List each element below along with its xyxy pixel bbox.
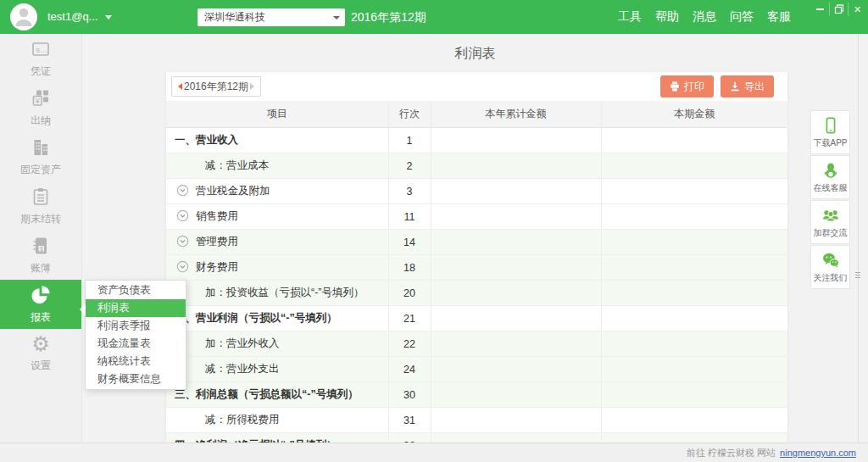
table-row: 减：营业成本 2: [166, 153, 787, 179]
titlebar-nav-item[interactable]: 客服: [766, 8, 792, 26]
flyout-arrow: [80, 303, 86, 315]
row-ytd-amount: [431, 281, 601, 306]
row-item-label: 加：投资收益（亏损以“-”号填列）: [205, 287, 364, 298]
flyout-menu-item[interactable]: 资产负债表: [86, 281, 186, 299]
period-selector-value: 2016年第12期: [184, 80, 248, 94]
table-row: 一、营业收入 1: [166, 128, 787, 153]
minimize-button[interactable]: [811, 3, 829, 16]
titlebar-nav-item[interactable]: 帮助: [654, 8, 680, 26]
right-edge-divider: [858, 34, 859, 443]
row-line-number: 21: [388, 306, 431, 331]
col-header-line: 行次: [388, 101, 431, 128]
sidebar-item-ledger[interactable]: $ 账簿: [0, 231, 81, 280]
row-line-number: 31: [388, 408, 431, 433]
maximize-button[interactable]: [829, 3, 848, 16]
reports-flyout-menu: 资产负债表 利润表 利润表季报 现金流量表 纳税统计表 财务概要信息: [85, 280, 186, 390]
expand-icon[interactable]: [176, 260, 189, 273]
col-header-ytd: 本年累计金额: [431, 101, 601, 128]
period-selector: 2016年第12期: [171, 76, 261, 97]
sidebar-item-reports[interactable]: 报表: [0, 280, 81, 329]
chevron-down-icon: [105, 15, 112, 19]
phone-icon: [822, 116, 839, 135]
quick-panel: 下载APP 在线客服 加群交流 关注我们: [810, 110, 850, 290]
panel-collapse-handle[interactable]: [854, 264, 861, 285]
restore-icon: [834, 4, 844, 14]
next-period-arrow[interactable]: [250, 83, 254, 90]
row-current-amount: [601, 255, 787, 281]
table-header-row: 项目 行次 本年累计金额 本期金额: [166, 101, 787, 128]
row-line-number: 24: [388, 357, 431, 382]
close-button[interactable]: ✕: [848, 3, 866, 16]
follow-us-button[interactable]: 关注我们: [810, 245, 850, 289]
toolbar: 2016年第12期 打印 导出: [166, 72, 787, 101]
group-icon: [821, 206, 840, 225]
row-current-amount: [601, 306, 787, 331]
download-icon: [730, 81, 740, 92]
pie-chart-icon: [30, 284, 52, 306]
row-ytd-amount: [431, 433, 601, 443]
titlebar-nav-item[interactable]: 工具: [617, 8, 643, 26]
row-line-number: 30: [388, 382, 431, 408]
avatar[interactable]: [10, 3, 37, 31]
ledger-icon: $: [30, 235, 52, 257]
footer: 前往 柠檬云财税 网站 ningmengyun.com: [0, 443, 868, 462]
row-line-number: 14: [388, 230, 431, 255]
company-select[interactable]: 深圳华通科技: [198, 8, 345, 26]
titlebar-nav-item[interactable]: 消息: [692, 8, 717, 26]
flyout-menu-item[interactable]: 利润表: [86, 299, 186, 317]
row-ytd-amount: [431, 179, 601, 204]
row-current-amount: [601, 433, 787, 443]
join-group-button[interactable]: 加群交流: [810, 200, 850, 244]
user-icon: [10, 3, 37, 31]
prev-period-arrow[interactable]: [178, 83, 182, 90]
sidebar-item-cashier[interactable]: ¥ 出纳: [0, 83, 81, 132]
expand-icon[interactable]: [176, 209, 189, 222]
footer-link[interactable]: ningmengyun.com: [780, 448, 856, 458]
sidebar: s… 凭证 ¥ 出纳 固定资产 期末结转 $ 账簿 报表 ⚙ 设置: [0, 34, 82, 443]
voucher-icon: s…: [30, 38, 52, 60]
cashier-icon: ¥: [30, 87, 52, 109]
flyout-menu-item[interactable]: 利润表季报: [86, 317, 186, 335]
row-line-number: 11: [388, 204, 431, 230]
row-current-amount: [601, 128, 787, 153]
username[interactable]: test1@q...: [47, 0, 97, 34]
sidebar-item-period-end[interactable]: 期末结转: [0, 181, 81, 231]
flyout-menu-item[interactable]: 现金流量表: [86, 335, 186, 353]
row-line-number: 3: [388, 179, 431, 204]
table-row: 管理费用 14: [166, 230, 787, 255]
expand-icon[interactable]: [176, 184, 189, 197]
row-current-amount: [601, 281, 787, 306]
main-content: 利润表 2016年第12期 打印 导出: [82, 34, 868, 443]
row-item-label: 管理费用: [196, 236, 238, 248]
row-line-number: 2: [388, 153, 431, 179]
expand-icon[interactable]: [176, 235, 189, 248]
sidebar-item-fixed-assets[interactable]: 固定资产: [0, 132, 81, 181]
download-app-button[interactable]: 下载APP: [810, 110, 850, 154]
qq-penguin-icon: [822, 161, 839, 180]
sidebar-item-voucher[interactable]: s… 凭证: [0, 34, 81, 83]
table-row: 三、利润总额（亏损总额以“-”号填列） 30: [166, 382, 787, 408]
col-header-item: 项目: [166, 101, 388, 128]
sidebar-item-settings[interactable]: ⚙ 设置: [0, 329, 81, 378]
svg-text:¥: ¥: [35, 97, 41, 105]
row-current-amount: [601, 153, 787, 179]
flyout-menu-item[interactable]: 纳税统计表: [86, 353, 186, 370]
col-header-current: 本期金额: [601, 101, 787, 128]
row-item-label: 减：营业外支出: [205, 363, 280, 375]
row-current-amount: [601, 204, 787, 230]
export-button[interactable]: 导出: [721, 75, 774, 97]
online-service-button[interactable]: 在线客服: [810, 155, 850, 199]
titlebar-nav: 工具 帮助 消息 问答 客服: [617, 0, 792, 34]
print-button[interactable]: 打印: [660, 75, 714, 97]
clipboard-icon: [30, 186, 52, 208]
table-row: 营业税金及附加 3: [166, 179, 787, 204]
row-current-amount: [601, 331, 787, 357]
flyout-menu-item[interactable]: 财务概要信息: [86, 370, 186, 388]
row-ytd-amount: [431, 128, 601, 153]
titlebar-nav-item[interactable]: 问答: [729, 8, 754, 26]
row-item-label: 一、营业收入: [175, 134, 238, 146]
row-line-number: 20: [388, 281, 431, 306]
row-current-amount: [601, 408, 787, 433]
row-ytd-amount: [431, 230, 601, 255]
toolbar-buttons: 打印 导出: [660, 75, 774, 97]
